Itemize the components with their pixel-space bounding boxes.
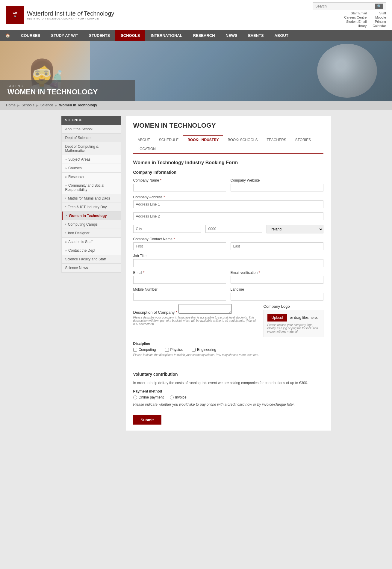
tab-location[interactable]: LOCATION: [133, 144, 160, 153]
search-button[interactable]: 🔍: [375, 4, 383, 9]
radio-online[interactable]: [133, 396, 137, 399]
sidebar-item-iron-designer[interactable]: •Iron Designer: [62, 229, 121, 238]
printing-link[interactable]: Printing: [375, 20, 386, 23]
discipline-physics[interactable]: Physics: [165, 348, 183, 352]
discipline-computing[interactable]: Computing: [133, 348, 156, 352]
nav-students[interactable]: STUDENTS: [84, 30, 115, 41]
address-line2-input[interactable]: [133, 212, 323, 220]
breadcrumb-schools[interactable]: Schools: [22, 103, 34, 107]
nav-courses[interactable]: COURSES: [16, 30, 46, 41]
sidebar-link-about[interactable]: About the School: [65, 127, 93, 131]
tab-about[interactable]: ABOUT: [133, 135, 155, 144]
address-line1-input[interactable]: [133, 200, 323, 208]
sidebar-item-courses[interactable]: »Courses: [62, 164, 121, 173]
tab-book-industry[interactable]: BOOK: INDUSTRY: [183, 135, 223, 145]
sidebar-item-about[interactable]: About the School: [62, 125, 121, 134]
sidebar-item-dept-computing[interactable]: Dept of Computing & Mathematics: [62, 142, 121, 155]
breadcrumb-home[interactable]: Home: [6, 103, 16, 107]
radio-invoice[interactable]: [170, 396, 174, 399]
sidebar-item-subject-areas[interactable]: »Subject Areas: [62, 155, 121, 164]
sidebar-link-faculty-staff[interactable]: Science Faculty and Staff: [65, 257, 106, 261]
sidebar-link-subject-areas[interactable]: Subject Areas: [68, 157, 90, 162]
nav-about[interactable]: ABOUT: [269, 30, 294, 41]
nav-study[interactable]: STUDY AT WIT: [46, 30, 84, 41]
country-select[interactable]: Ireland United Kingdom Other: [267, 225, 323, 233]
sidebar-link-academic-staff[interactable]: Academic Staff: [68, 240, 92, 244]
discipline-engineering[interactable]: Engineering: [192, 348, 216, 352]
breadcrumb-science[interactable]: Science: [40, 103, 53, 107]
nav-research[interactable]: RESEARCH: [188, 30, 220, 41]
mobile-input[interactable]: [133, 293, 226, 301]
checkbox-computing[interactable]: [133, 348, 137, 352]
sidebar-link-community[interactable]: Community and Social Responsibility: [65, 183, 105, 192]
sidebar-link-dept-science[interactable]: Dept of Science: [65, 136, 91, 140]
first-name-input[interactable]: [133, 242, 226, 250]
sidebar-link-tech-ict[interactable]: Tech & ICT Industry Day: [68, 205, 107, 209]
discipline-checkboxes: Computing Physics Engineering: [133, 348, 323, 352]
svg-text:📚: 📚: [14, 15, 16, 17]
tab-book-schools[interactable]: BOOK: SCHOOLS: [223, 135, 262, 144]
sidebar-link-research[interactable]: Research: [68, 175, 84, 179]
city-row: Ireland United Kingdom Other: [133, 225, 323, 233]
nav-news[interactable]: NEWS: [220, 30, 243, 41]
sidebar-item-contact-dept[interactable]: »Contact the Dept: [62, 246, 121, 255]
sidebar-link-science-news[interactable]: Science News: [65, 266, 88, 270]
search-input[interactable]: [315, 4, 375, 8]
payment-invoice[interactable]: Invoice: [170, 395, 187, 399]
staff-link[interactable]: Staff: [379, 11, 386, 15]
sidebar-item-academic-staff[interactable]: »Academic Staff: [62, 238, 121, 246]
library-link[interactable]: Library: [357, 24, 367, 28]
city-input[interactable]: [133, 225, 201, 233]
sidebar-link-courses[interactable]: Courses: [68, 166, 82, 170]
description-textarea[interactable]: [178, 304, 232, 314]
staff-email-link[interactable]: Staff Email: [351, 11, 367, 15]
nav-home[interactable]: 🏠: [0, 30, 16, 41]
sidebar-link-computing-camps[interactable]: Computing Camps: [68, 222, 98, 227]
sidebar-link-dept-computing[interactable]: Dept of Computing & Mathematics: [65, 144, 99, 153]
calendar-link[interactable]: Calendar: [373, 24, 386, 28]
sidebar-link-maths[interactable]: Maths for Mums and Dads: [68, 196, 110, 200]
phone-row: Mobile Number Landline: [133, 287, 323, 301]
student-email-link[interactable]: Student Email: [346, 20, 367, 23]
nav-events[interactable]: EVENTS: [243, 30, 269, 41]
tab-stories[interactable]: STORIES: [291, 135, 315, 144]
company-name-label: Company Name *: [133, 178, 226, 182]
email-verify-input[interactable]: [231, 276, 323, 284]
job-title-input[interactable]: [133, 259, 323, 267]
sidebar-link-women-tech[interactable]: Women in Technology: [69, 214, 107, 218]
search-bar[interactable]: 🔍: [313, 2, 386, 10]
postcode-input[interactable]: [205, 225, 262, 233]
contact-name-group: Company Contact Name *: [133, 237, 323, 250]
sidebar-item-faculty-staff[interactable]: Science Faculty and Staff: [62, 255, 121, 264]
university-name: Waterford Institute of Technology: [27, 10, 114, 17]
sidebar-item-computing-camps[interactable]: •Computing Camps: [62, 220, 121, 229]
sidebar-item-community[interactable]: »Community and Social Responsibility: [62, 181, 121, 194]
last-name-input[interactable]: [231, 242, 323, 250]
careers-link[interactable]: Careers Centre: [344, 16, 367, 19]
tab-teachers[interactable]: TEACHERS: [262, 135, 290, 144]
sidebar-link-contact-dept[interactable]: Contact the Dept: [68, 248, 95, 253]
company-website-input[interactable]: [231, 184, 323, 191]
sidebar-item-women-tech[interactable]: •Women in Technology: [62, 212, 121, 220]
company-name-input[interactable]: [133, 184, 226, 191]
payment-online[interactable]: Online payment: [133, 395, 164, 399]
moodle-link[interactable]: Moodle: [375, 16, 386, 19]
submit-button[interactable]: Submit: [133, 415, 161, 425]
sidebar-item-science-news[interactable]: Science News: [62, 264, 121, 272]
sidebar-item-research[interactable]: »Research: [62, 173, 121, 181]
landline-input[interactable]: [231, 293, 323, 301]
checkbox-engineering[interactable]: [192, 348, 196, 352]
sidebar-link-iron-designer[interactable]: Iron Designer: [68, 231, 90, 235]
sidebar-item-dept-science[interactable]: Dept of Science: [62, 134, 121, 142]
upload-button[interactable]: Upload: [267, 314, 287, 322]
description-group: Description of Company * Please describe…: [133, 304, 258, 337]
bullet-maths: •: [65, 196, 66, 200]
checkbox-physics[interactable]: [165, 348, 169, 352]
tab-schedule[interactable]: SCHEDULE: [155, 135, 183, 144]
email-input[interactable]: [133, 276, 226, 284]
sidebar-item-maths[interactable]: •Maths for Mums and Dads: [62, 194, 121, 203]
nav-schools[interactable]: SCHOOLS: [115, 30, 145, 41]
sidebar-item-tech-ict[interactable]: •Tech & ICT Industry Day: [62, 203, 121, 212]
arrow-icon-research: »: [65, 175, 67, 179]
nav-international[interactable]: INTERNATIONAL: [145, 30, 187, 41]
